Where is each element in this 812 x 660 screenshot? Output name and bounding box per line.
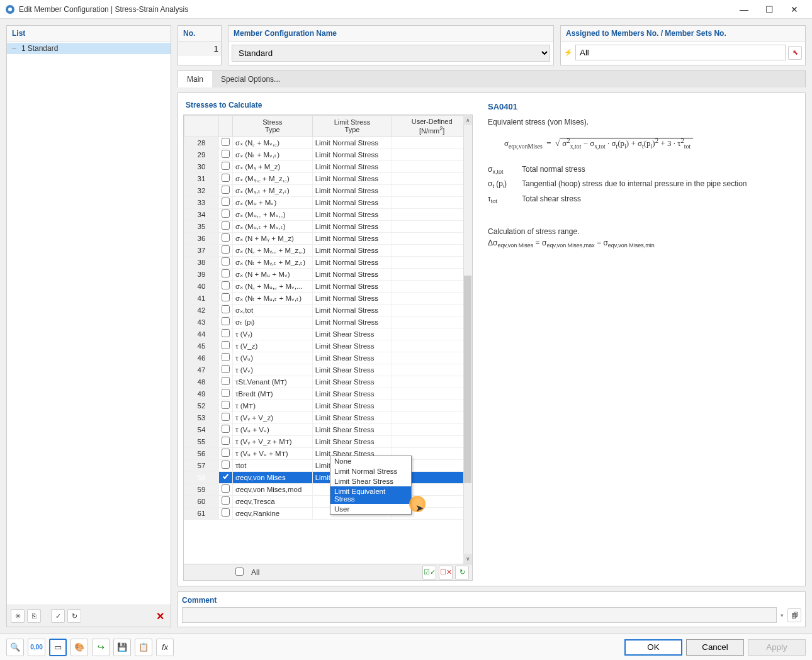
reset-all-button[interactable]: ↻	[455, 566, 469, 579]
table-row[interactable]: 52τ (Mᴛ)Limit Shear Stress	[184, 400, 472, 411]
check-all[interactable]	[235, 568, 244, 576]
table-row[interactable]: 60σeqv,Tresca	[184, 495, 472, 507]
assigned-input[interactable]	[575, 45, 786, 60]
table-row[interactable]: 44τ (Vᵧ)Limit Shear Stress	[184, 328, 472, 340]
scroll-up-icon[interactable]: ∧	[463, 115, 472, 125]
row-checkbox[interactable]	[222, 317, 230, 325]
ok-button[interactable]: OK	[624, 639, 682, 656]
table-row[interactable]: 41σₓ (Nₜ + Mᵤ,ₜ + Mᵥ,ₜ)Limit Normal Stre…	[184, 292, 472, 304]
minimize-button[interactable]: —	[731, 1, 757, 18]
comment-input[interactable]	[182, 607, 777, 623]
row-checkbox[interactable]	[222, 221, 230, 230]
table-row[interactable]: 32σₓ (Mᵧ,ₜ + M_z,ₜ)Limit Normal Stress	[184, 184, 472, 196]
table-row[interactable]: 58σeqv,von MisesLimit Equivalent S...▾	[184, 471, 472, 483]
table-row[interactable]: 53τ (Vᵧ + V_z)Limit Shear Stress	[184, 411, 472, 423]
new-config-button[interactable]: ✳	[11, 609, 25, 623]
row-checkbox[interactable]	[222, 174, 230, 182]
name-input[interactable]: Standard	[232, 45, 550, 62]
row-checkbox[interactable]	[222, 245, 230, 254]
cancel-button[interactable]: Cancel	[686, 639, 744, 656]
scroll-thumb[interactable]	[464, 276, 471, 483]
row-checkbox[interactable]	[222, 329, 230, 337]
table-row[interactable]: 29σₓ (Nₜ + Mᵥ,ₜ)Limit Normal Stress	[184, 148, 472, 160]
table-row[interactable]: 55τ (Vᵧ + V_z + Mᴛ)Limit Shear Stress	[184, 435, 472, 447]
table-vscrollbar[interactable]: ∧ ∨	[463, 115, 472, 564]
row-checkbox[interactable]	[222, 401, 230, 409]
table-row[interactable]: 47τ (Vᵥ)Limit Shear Stress	[184, 364, 472, 376]
tab-main[interactable]: Main	[178, 71, 212, 87]
table-row[interactable]: 36σₓ (N + Mᵧ + M_z)Limit Normal Stress	[184, 232, 472, 244]
dropdown-option[interactable]: Limit Normal Stress	[330, 466, 411, 476]
color-button[interactable]: 🎨	[70, 639, 88, 656]
row-checkbox[interactable]	[222, 233, 230, 242]
row-checkbox[interactable]	[222, 377, 230, 385]
dropdown-option[interactable]: Limit Equivalent Stress	[330, 486, 411, 504]
row-checkbox[interactable]	[222, 293, 230, 301]
close-button[interactable]: ✕	[782, 1, 807, 18]
table-row[interactable]: 49τBredt (Mᴛ)Limit Shear Stress	[184, 388, 472, 400]
table-row[interactable]: 39σₓ (N + Mᵤ + Mᵥ)Limit Normal Stress	[184, 268, 472, 280]
pick-members-button[interactable]: ⬉	[788, 46, 802, 60]
table-row[interactable]: 35σₓ (Mᵤ,ₜ + Mᵥ,ₜ)Limit Normal Stress	[184, 220, 472, 232]
comment-lib-button[interactable]: 🗐	[787, 608, 801, 622]
table-row[interactable]: 45τ (V_z)Limit Shear Stress	[184, 340, 472, 352]
table-row[interactable]: 54τ (Vᵤ + Vᵥ)Limit Shear Stress	[184, 423, 472, 435]
delete-config-button[interactable]: ✕	[153, 609, 167, 623]
uncheck-all-button[interactable]: ☐✕	[439, 566, 453, 579]
row-checkbox[interactable]	[222, 353, 230, 361]
table-row[interactable]: 46τ (Vᵤ)Limit Shear Stress	[184, 352, 472, 364]
row-checkbox[interactable]	[222, 198, 230, 206]
export-button[interactable]: ↪	[92, 639, 110, 656]
row-checkbox[interactable]	[222, 210, 230, 218]
row-checkbox[interactable]	[222, 389, 230, 397]
tree-item-standard[interactable]: – 1 Standard	[7, 43, 171, 54]
row-checkbox[interactable]	[222, 269, 230, 277]
scroll-down-icon[interactable]: ∨	[463, 554, 472, 564]
copy-config-button[interactable]: ⎘	[27, 609, 41, 623]
clipboard-button[interactable]: 📋	[135, 639, 152, 656]
dropdown-option[interactable]: Limit Shear Stress	[330, 476, 411, 486]
dropdown-option[interactable]: User	[330, 504, 411, 514]
table-row[interactable]: 38σₓ (Nₜ + Mᵧ,ₜ + M_z,ₜ)Limit Normal Str…	[184, 256, 472, 268]
row-checkbox[interactable]	[222, 281, 230, 289]
check-all-button[interactable]: ☑✓	[422, 566, 436, 579]
table-row[interactable]: 61σeqv,Rankine	[184, 507, 472, 519]
table-row[interactable]: 59σeqv,von Mises,mod	[184, 483, 472, 495]
table-row[interactable]: 57τtotLimit Shear Stress	[184, 459, 472, 471]
row-checkbox[interactable]	[222, 461, 230, 469]
row-checkbox[interactable]	[222, 508, 230, 517]
table-row[interactable]: 42σₓ,totLimit Normal Stress	[184, 304, 472, 316]
help-button[interactable]: 🔍	[6, 639, 24, 656]
maximize-button[interactable]: ☐	[757, 1, 782, 18]
no-input[interactable]	[178, 42, 221, 56]
table-row[interactable]: 31σₓ (Mᵧ,꜀ + M_z,꜀)Limit Normal Stress	[184, 172, 472, 184]
view-button[interactable]: ▭	[49, 639, 67, 656]
table-row[interactable]: 40σₓ (N꜀ + Mᵤ,꜀ + Mᵥ,...Limit Normal Str…	[184, 280, 472, 292]
row-checkbox[interactable]	[222, 484, 230, 493]
dropdown-option[interactable]: None	[330, 456, 411, 466]
row-checkbox[interactable]	[222, 138, 230, 146]
row-checkbox[interactable]	[222, 162, 230, 170]
table-row[interactable]: 33σₓ (Mᵤ + Mᵥ)Limit Normal Stress	[184, 196, 472, 208]
table-row[interactable]: 34σₓ (Mᵤ,꜀ + Mᵥ,꜀)Limit Normal Stress	[184, 208, 472, 220]
table-row[interactable]: 43σₜ (pᵢ)Limit Normal Stress	[184, 316, 472, 328]
row-checkbox[interactable]	[222, 341, 230, 349]
row-checkbox[interactable]	[222, 150, 230, 158]
row-checkbox[interactable]	[222, 257, 230, 266]
table-row[interactable]: 56τ (Vᵤ + Vᵥ + Mᴛ)Limit Shear Stress	[184, 447, 472, 459]
row-checkbox[interactable]	[222, 425, 230, 433]
row-checkbox[interactable]	[222, 437, 230, 445]
limit-stress-dropdown[interactable]: NoneLimit Normal StressLimit Shear Stres…	[330, 456, 412, 515]
save-button[interactable]: 💾	[113, 639, 131, 656]
table-row[interactable]: 37σₓ (N꜀ + Mᵧ,꜀ + M_z,꜀)Limit Normal Str…	[184, 244, 472, 256]
table-row[interactable]: 28σₓ (N꜀ + Mᵥ,꜀)Limit Normal Stress	[184, 137, 472, 148]
refresh-button[interactable]: ↻	[67, 609, 81, 623]
row-checkbox[interactable]	[222, 449, 230, 457]
config-tree[interactable]: – 1 Standard	[7, 42, 171, 605]
table-row[interactable]: 48τSt.Venant (Mᴛ)Limit Shear Stress	[184, 376, 472, 388]
stress-table-scroll[interactable]: StressType Limit StressType User-Defined…	[183, 115, 473, 564]
table-row[interactable]: 30σₓ (Mᵧ + M_z)Limit Normal Stress	[184, 160, 472, 172]
row-checkbox[interactable]	[222, 305, 230, 313]
units-button[interactable]: 0,00	[28, 639, 45, 656]
fx-button[interactable]: fx	[156, 639, 174, 656]
